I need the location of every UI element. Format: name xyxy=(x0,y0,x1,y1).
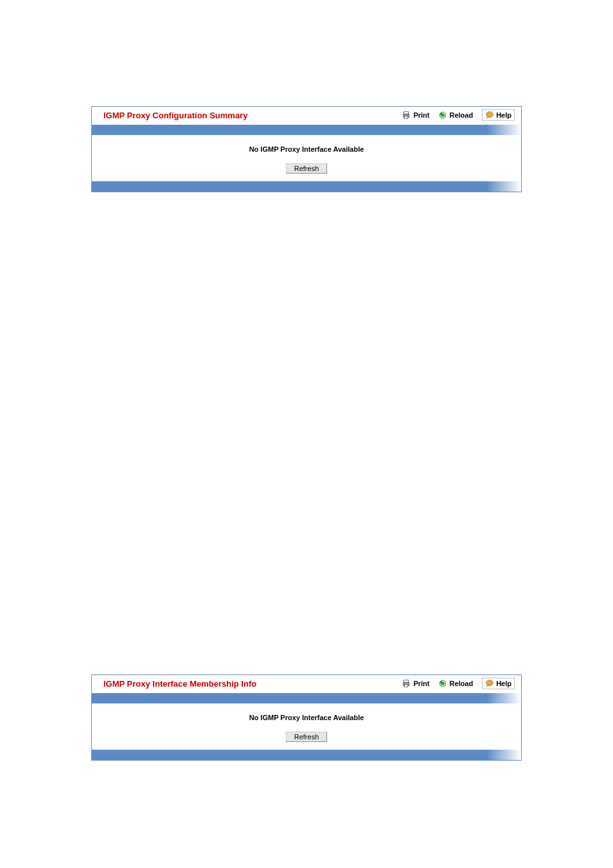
reload-button[interactable]: Reload xyxy=(438,111,473,120)
help-button[interactable]: Help xyxy=(482,109,515,121)
reload-label: Reload xyxy=(449,111,473,119)
panel-config-summary: IGMP Proxy Configuration Summary Print R… xyxy=(91,106,522,192)
panel-title: IGMP Proxy Configuration Summary xyxy=(103,111,402,120)
panel-header: IGMP Proxy Configuration Summary Print R… xyxy=(92,107,521,125)
svg-rect-2 xyxy=(405,116,408,119)
footer-band xyxy=(92,181,521,192)
panel-container: IGMP Proxy Interface Membership Info Pri… xyxy=(91,674,522,761)
svg-point-9 xyxy=(486,680,493,686)
reload-button[interactable]: Reload xyxy=(438,679,473,688)
panel-title: IGMP Proxy Interface Membership Info xyxy=(103,679,402,689)
svg-point-4 xyxy=(486,112,493,118)
reload-label: Reload xyxy=(449,680,473,687)
toolbar: Print Reload Help xyxy=(402,678,515,689)
header-band xyxy=(92,125,521,135)
footer-band xyxy=(92,750,521,760)
panel-body: No IGMP Proxy Interface Available Refres… xyxy=(92,703,521,750)
panel-container: IGMP Proxy Configuration Summary Print R… xyxy=(91,106,522,192)
reload-icon xyxy=(438,111,447,120)
print-icon xyxy=(402,679,411,688)
print-label: Print xyxy=(413,680,429,687)
header-band xyxy=(92,693,521,703)
status-message: No IGMP Proxy Interface Available xyxy=(92,714,521,721)
print-icon xyxy=(402,111,411,120)
help-label: Help xyxy=(496,680,511,687)
print-button[interactable]: Print xyxy=(402,679,429,688)
print-label: Print xyxy=(413,111,429,119)
reload-icon xyxy=(438,679,447,688)
svg-rect-7 xyxy=(405,685,408,687)
print-button[interactable]: Print xyxy=(402,111,429,120)
panel-membership-info: IGMP Proxy Interface Membership Info Pri… xyxy=(91,674,522,761)
help-label: Help xyxy=(496,111,511,119)
help-icon xyxy=(485,679,494,688)
refresh-button[interactable]: Refresh xyxy=(286,732,328,742)
status-message: No IGMP Proxy Interface Available xyxy=(92,145,521,153)
panel-body: No IGMP Proxy Interface Available Refres… xyxy=(92,135,521,181)
help-button[interactable]: Help xyxy=(482,678,515,689)
toolbar: Print Reload Help xyxy=(402,109,515,121)
help-icon xyxy=(485,111,494,120)
panel-header: IGMP Proxy Interface Membership Info Pri… xyxy=(92,675,521,693)
refresh-button[interactable]: Refresh xyxy=(286,163,328,174)
